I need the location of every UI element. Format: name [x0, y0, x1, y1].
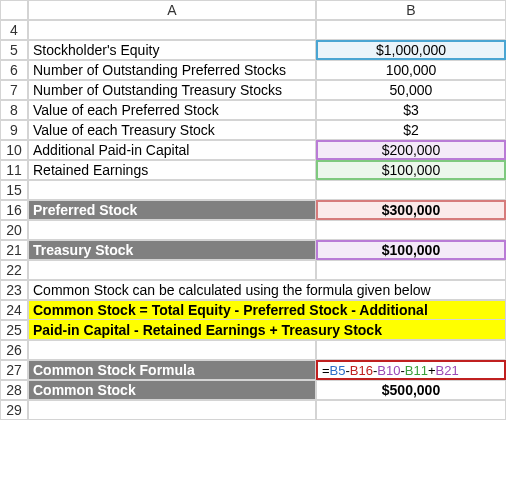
row-header-11[interactable]: 11 [0, 160, 28, 180]
cell-a27[interactable]: Common Stock Formula [28, 360, 316, 380]
cell-a10[interactable]: Additional Paid-in Capital [28, 140, 316, 160]
cell-a8[interactable]: Value of each Preferred Stock [28, 100, 316, 120]
row-header-6[interactable]: 6 [0, 60, 28, 80]
cell-b16[interactable]: $300,000 [316, 200, 506, 220]
cell-b22[interactable] [316, 260, 506, 280]
corner-header [0, 0, 28, 20]
cell-a20[interactable] [28, 220, 316, 240]
cell-a23[interactable]: Common Stock can be calculated using the… [28, 280, 506, 300]
row-header-9[interactable]: 9 [0, 120, 28, 140]
cell-b6[interactable]: 100,000 [316, 60, 506, 80]
row-header-4[interactable]: 4 [0, 20, 28, 40]
cell-a24[interactable]: Common Stock = Total Equity - Preferred … [28, 300, 506, 320]
row-header-25[interactable]: 25 [0, 320, 28, 340]
cell-b28[interactable]: $500,000 [316, 380, 506, 400]
cell-b27[interactable]: =B5-B16-B10-B11+B21 [316, 360, 506, 380]
col-header-a[interactable]: A [28, 0, 316, 20]
cell-b9[interactable]: $2 [316, 120, 506, 140]
cell-b29[interactable] [316, 400, 506, 420]
row-header-15[interactable]: 15 [0, 180, 28, 200]
cell-a26[interactable] [28, 340, 316, 360]
cell-b26[interactable] [316, 340, 506, 360]
cell-b20[interactable] [316, 220, 506, 240]
cell-a28[interactable]: Common Stock [28, 380, 316, 400]
cell-b21[interactable]: $100,000 [316, 240, 506, 260]
row-header-20[interactable]: 20 [0, 220, 28, 240]
cell-b7[interactable]: 50,000 [316, 80, 506, 100]
cell-a4[interactable] [28, 20, 316, 40]
row-header-7[interactable]: 7 [0, 80, 28, 100]
cell-b15[interactable] [316, 180, 506, 200]
cell-b10[interactable]: $200,000 [316, 140, 506, 160]
cell-a6[interactable]: Number of Outstanding Preferred Stocks [28, 60, 316, 80]
spreadsheet: A B 4 5 Stockholder's Equity $1,000,000 … [0, 0, 508, 420]
cell-b8[interactable]: $3 [316, 100, 506, 120]
cell-a15[interactable] [28, 180, 316, 200]
row-header-10[interactable]: 10 [0, 140, 28, 160]
cell-a11[interactable]: Retained Earnings [28, 160, 316, 180]
row-header-29[interactable]: 29 [0, 400, 28, 420]
cell-a25[interactable]: Paid-in Capital - Retained Earnings + Tr… [28, 320, 506, 340]
cell-b4[interactable] [316, 20, 506, 40]
cell-b11[interactable]: $100,000 [316, 160, 506, 180]
row-header-24[interactable]: 24 [0, 300, 28, 320]
cell-a5[interactable]: Stockholder's Equity [28, 40, 316, 60]
row-header-27[interactable]: 27 [0, 360, 28, 380]
row-header-28[interactable]: 28 [0, 380, 28, 400]
cell-a29[interactable] [28, 400, 316, 420]
cell-a7[interactable]: Number of Outstanding Treasury Stocks [28, 80, 316, 100]
cell-a22[interactable] [28, 260, 316, 280]
formula-display: =B5-B16-B10-B11+B21 [322, 363, 459, 378]
row-header-5[interactable]: 5 [0, 40, 28, 60]
row-header-21[interactable]: 21 [0, 240, 28, 260]
row-header-16[interactable]: 16 [0, 200, 28, 220]
col-header-b[interactable]: B [316, 0, 506, 20]
row-header-23[interactable]: 23 [0, 280, 28, 300]
cell-a9[interactable]: Value of each Treasury Stock [28, 120, 316, 140]
row-header-22[interactable]: 22 [0, 260, 28, 280]
cell-b5[interactable]: $1,000,000 [316, 40, 506, 60]
cell-a21[interactable]: Treasury Stock [28, 240, 316, 260]
row-header-8[interactable]: 8 [0, 100, 28, 120]
row-header-26[interactable]: 26 [0, 340, 28, 360]
cell-a16[interactable]: Preferred Stock [28, 200, 316, 220]
